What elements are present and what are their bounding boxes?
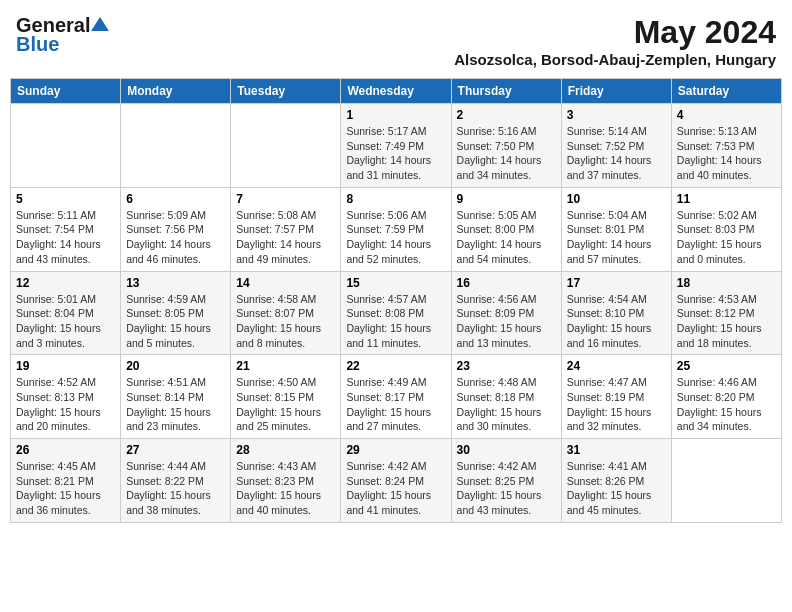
- day-info: Sunrise: 5:13 AMSunset: 7:53 PMDaylight:…: [677, 124, 776, 183]
- calendar-cell: 2Sunrise: 5:16 AMSunset: 7:50 PMDaylight…: [451, 104, 561, 188]
- day-info: Sunrise: 4:59 AMSunset: 8:05 PMDaylight:…: [126, 292, 225, 351]
- calendar-cell: 19Sunrise: 4:52 AMSunset: 8:13 PMDayligh…: [11, 355, 121, 439]
- day-number: 21: [236, 359, 335, 373]
- calendar-cell: 6Sunrise: 5:09 AMSunset: 7:56 PMDaylight…: [121, 187, 231, 271]
- day-number: 4: [677, 108, 776, 122]
- calendar-cell: 21Sunrise: 4:50 AMSunset: 8:15 PMDayligh…: [231, 355, 341, 439]
- day-number: 6: [126, 192, 225, 206]
- calendar-cell: 11Sunrise: 5:02 AMSunset: 8:03 PMDayligh…: [671, 187, 781, 271]
- calendar-cell: [671, 439, 781, 523]
- calendar-cell: 20Sunrise: 4:51 AMSunset: 8:14 PMDayligh…: [121, 355, 231, 439]
- day-number: 17: [567, 276, 666, 290]
- calendar-cell: 31Sunrise: 4:41 AMSunset: 8:26 PMDayligh…: [561, 439, 671, 523]
- calendar-cell: [231, 104, 341, 188]
- day-info: Sunrise: 4:56 AMSunset: 8:09 PMDaylight:…: [457, 292, 556, 351]
- calendar-cell: 13Sunrise: 4:59 AMSunset: 8:05 PMDayligh…: [121, 271, 231, 355]
- calendar-cell: 1Sunrise: 5:17 AMSunset: 7:49 PMDaylight…: [341, 104, 451, 188]
- day-number: 14: [236, 276, 335, 290]
- weekday-header: Saturday: [671, 79, 781, 104]
- calendar-week-row: 5Sunrise: 5:11 AMSunset: 7:54 PMDaylight…: [11, 187, 782, 271]
- day-number: 5: [16, 192, 115, 206]
- day-number: 26: [16, 443, 115, 457]
- day-info: Sunrise: 4:48 AMSunset: 8:18 PMDaylight:…: [457, 375, 556, 434]
- day-info: Sunrise: 5:08 AMSunset: 7:57 PMDaylight:…: [236, 208, 335, 267]
- calendar-cell: 17Sunrise: 4:54 AMSunset: 8:10 PMDayligh…: [561, 271, 671, 355]
- day-number: 25: [677, 359, 776, 373]
- calendar-week-row: 19Sunrise: 4:52 AMSunset: 8:13 PMDayligh…: [11, 355, 782, 439]
- day-number: 7: [236, 192, 335, 206]
- calendar-cell: 10Sunrise: 5:04 AMSunset: 8:01 PMDayligh…: [561, 187, 671, 271]
- calendar-week-row: 12Sunrise: 5:01 AMSunset: 8:04 PMDayligh…: [11, 271, 782, 355]
- day-info: Sunrise: 5:17 AMSunset: 7:49 PMDaylight:…: [346, 124, 445, 183]
- location-subtitle: Alsozsolca, Borsod-Abauj-Zemplen, Hungar…: [454, 51, 776, 68]
- logo-blue-text: Blue: [16, 33, 59, 56]
- calendar-week-row: 26Sunrise: 4:45 AMSunset: 8:21 PMDayligh…: [11, 439, 782, 523]
- day-number: 27: [126, 443, 225, 457]
- day-number: 8: [346, 192, 445, 206]
- day-number: 1: [346, 108, 445, 122]
- day-number: 31: [567, 443, 666, 457]
- day-number: 23: [457, 359, 556, 373]
- calendar-cell: 16Sunrise: 4:56 AMSunset: 8:09 PMDayligh…: [451, 271, 561, 355]
- day-number: 12: [16, 276, 115, 290]
- day-info: Sunrise: 5:04 AMSunset: 8:01 PMDaylight:…: [567, 208, 666, 267]
- day-info: Sunrise: 5:11 AMSunset: 7:54 PMDaylight:…: [16, 208, 115, 267]
- day-number: 13: [126, 276, 225, 290]
- day-info: Sunrise: 5:05 AMSunset: 8:00 PMDaylight:…: [457, 208, 556, 267]
- day-number: 19: [16, 359, 115, 373]
- day-info: Sunrise: 4:49 AMSunset: 8:17 PMDaylight:…: [346, 375, 445, 434]
- calendar-cell: [121, 104, 231, 188]
- day-info: Sunrise: 4:57 AMSunset: 8:08 PMDaylight:…: [346, 292, 445, 351]
- weekday-header: Wednesday: [341, 79, 451, 104]
- calendar-table: SundayMondayTuesdayWednesdayThursdayFrid…: [10, 78, 782, 523]
- day-number: 11: [677, 192, 776, 206]
- weekday-header: Tuesday: [231, 79, 341, 104]
- day-number: 28: [236, 443, 335, 457]
- day-info: Sunrise: 5:09 AMSunset: 7:56 PMDaylight:…: [126, 208, 225, 267]
- day-info: Sunrise: 5:02 AMSunset: 8:03 PMDaylight:…: [677, 208, 776, 267]
- day-number: 3: [567, 108, 666, 122]
- calendar-cell: 26Sunrise: 4:45 AMSunset: 8:21 PMDayligh…: [11, 439, 121, 523]
- day-info: Sunrise: 4:47 AMSunset: 8:19 PMDaylight:…: [567, 375, 666, 434]
- calendar-cell: 7Sunrise: 5:08 AMSunset: 7:57 PMDaylight…: [231, 187, 341, 271]
- day-number: 20: [126, 359, 225, 373]
- logo-triangle-icon: [91, 15, 109, 33]
- day-info: Sunrise: 4:44 AMSunset: 8:22 PMDaylight:…: [126, 459, 225, 518]
- calendar-cell: 27Sunrise: 4:44 AMSunset: 8:22 PMDayligh…: [121, 439, 231, 523]
- calendar-cell: 8Sunrise: 5:06 AMSunset: 7:59 PMDaylight…: [341, 187, 451, 271]
- title-area: May 2024 Alsozsolca, Borsod-Abauj-Zemple…: [454, 14, 776, 68]
- day-info: Sunrise: 4:58 AMSunset: 8:07 PMDaylight:…: [236, 292, 335, 351]
- day-info: Sunrise: 4:50 AMSunset: 8:15 PMDaylight:…: [236, 375, 335, 434]
- day-info: Sunrise: 5:14 AMSunset: 7:52 PMDaylight:…: [567, 124, 666, 183]
- weekday-header: Sunday: [11, 79, 121, 104]
- day-info: Sunrise: 4:45 AMSunset: 8:21 PMDaylight:…: [16, 459, 115, 518]
- calendar-cell: 24Sunrise: 4:47 AMSunset: 8:19 PMDayligh…: [561, 355, 671, 439]
- weekday-header: Thursday: [451, 79, 561, 104]
- calendar-cell: [11, 104, 121, 188]
- calendar-cell: 18Sunrise: 4:53 AMSunset: 8:12 PMDayligh…: [671, 271, 781, 355]
- calendar-cell: 29Sunrise: 4:42 AMSunset: 8:24 PMDayligh…: [341, 439, 451, 523]
- day-info: Sunrise: 4:41 AMSunset: 8:26 PMDaylight:…: [567, 459, 666, 518]
- day-number: 16: [457, 276, 556, 290]
- calendar-cell: 25Sunrise: 4:46 AMSunset: 8:20 PMDayligh…: [671, 355, 781, 439]
- calendar-cell: 15Sunrise: 4:57 AMSunset: 8:08 PMDayligh…: [341, 271, 451, 355]
- day-info: Sunrise: 4:51 AMSunset: 8:14 PMDaylight:…: [126, 375, 225, 434]
- calendar-cell: 5Sunrise: 5:11 AMSunset: 7:54 PMDaylight…: [11, 187, 121, 271]
- day-number: 15: [346, 276, 445, 290]
- day-info: Sunrise: 4:53 AMSunset: 8:12 PMDaylight:…: [677, 292, 776, 351]
- day-info: Sunrise: 5:01 AMSunset: 8:04 PMDaylight:…: [16, 292, 115, 351]
- day-number: 18: [677, 276, 776, 290]
- day-number: 24: [567, 359, 666, 373]
- day-info: Sunrise: 5:16 AMSunset: 7:50 PMDaylight:…: [457, 124, 556, 183]
- logo: General Blue: [16, 14, 109, 56]
- calendar-cell: 14Sunrise: 4:58 AMSunset: 8:07 PMDayligh…: [231, 271, 341, 355]
- calendar-cell: 3Sunrise: 5:14 AMSunset: 7:52 PMDaylight…: [561, 104, 671, 188]
- day-number: 2: [457, 108, 556, 122]
- day-info: Sunrise: 4:54 AMSunset: 8:10 PMDaylight:…: [567, 292, 666, 351]
- day-info: Sunrise: 4:43 AMSunset: 8:23 PMDaylight:…: [236, 459, 335, 518]
- day-number: 9: [457, 192, 556, 206]
- day-number: 22: [346, 359, 445, 373]
- calendar-cell: 22Sunrise: 4:49 AMSunset: 8:17 PMDayligh…: [341, 355, 451, 439]
- calendar-cell: 23Sunrise: 4:48 AMSunset: 8:18 PMDayligh…: [451, 355, 561, 439]
- calendar-cell: 28Sunrise: 4:43 AMSunset: 8:23 PMDayligh…: [231, 439, 341, 523]
